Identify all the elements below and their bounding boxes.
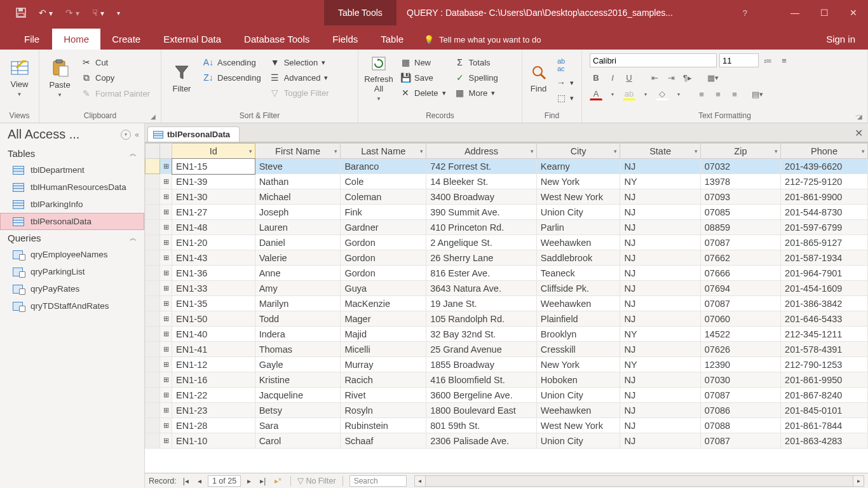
underline-icon[interactable]: U xyxy=(623,71,635,84)
font-name-input[interactable] xyxy=(590,53,717,67)
data-cell[interactable]: Weehawken xyxy=(536,296,620,311)
data-cell[interactable]: Union City xyxy=(536,433,620,449)
data-cell[interactable]: 12390 xyxy=(700,357,780,372)
data-cell[interactable]: 1855 Broadway xyxy=(426,357,537,372)
tab-table[interactable]: Table xyxy=(369,29,415,50)
data-cell[interactable]: Marilyn xyxy=(255,296,341,311)
nav-query-item[interactable]: qryParkingList xyxy=(0,263,144,280)
data-cell[interactable]: 26 Sherry Lane xyxy=(426,250,537,266)
row-selector[interactable] xyxy=(146,433,160,449)
column-dropdown-icon[interactable]: ▾ xyxy=(531,148,534,154)
expand-row-icon[interactable]: ⊞ xyxy=(160,205,172,220)
row-selector[interactable] xyxy=(146,418,160,433)
table-row[interactable]: ⊞EN1-36AnneGordon816 Ester Ave.TeaneckNJ… xyxy=(146,266,868,281)
new-record-nav-icon[interactable]: ▸* xyxy=(272,477,284,485)
advanced-button[interactable]: ☰Advanced ▾ xyxy=(268,71,332,84)
data-cell[interactable]: NY xyxy=(620,357,700,372)
row-selector[interactable] xyxy=(146,311,160,327)
refresh-all-button[interactable]: Refresh All ▼ xyxy=(363,53,394,103)
data-cell[interactable]: 07662 xyxy=(700,250,780,266)
data-cell[interactable]: NJ xyxy=(620,205,700,220)
scroll-right-icon[interactable]: ▸ xyxy=(853,475,864,487)
expand-row-icon[interactable]: ⊞ xyxy=(160,403,172,418)
row-selector[interactable] xyxy=(146,174,160,189)
data-cell[interactable]: 07088 xyxy=(700,418,780,433)
data-cell[interactable]: Betsy xyxy=(255,403,341,418)
data-cell[interactable]: EN1-39 xyxy=(172,174,255,189)
data-cell[interactable]: Kearny xyxy=(536,159,620,174)
column-header[interactable]: Phone▾ xyxy=(781,144,868,159)
data-cell[interactable]: Michael xyxy=(255,189,341,205)
data-cell[interactable]: Cliffside Pk. xyxy=(536,281,620,296)
data-cell[interactable]: Micelli xyxy=(341,342,426,357)
data-cell[interactable]: 2 Angelique St. xyxy=(426,235,537,250)
row-selector[interactable] xyxy=(146,388,160,403)
ltr-icon[interactable]: ¶▸ xyxy=(681,71,694,84)
expand-row-icon[interactable]: ⊞ xyxy=(160,342,172,357)
ascending-button[interactable]: A↓Ascending xyxy=(201,56,264,69)
data-cell[interactable]: 07087 xyxy=(700,235,780,250)
data-cell[interactable]: 07087 xyxy=(700,433,780,449)
column-dropdown-icon[interactable]: ▾ xyxy=(614,148,617,154)
data-cell[interactable]: NJ xyxy=(620,372,700,388)
expand-row-icon[interactable]: ⊞ xyxy=(160,281,172,296)
nav-table-item[interactable]: tblParkingInfo xyxy=(0,196,144,213)
data-cell[interactable]: Joseph xyxy=(255,205,341,220)
tab-fields[interactable]: Fields xyxy=(321,29,369,50)
nav-query-item[interactable]: qryTDStaffAndRates xyxy=(0,297,144,315)
nav-table-item[interactable]: tblHumanResourcesData xyxy=(0,179,144,196)
save-record-button[interactable]: 💾Save xyxy=(398,71,449,84)
data-cell[interactable]: NJ xyxy=(620,311,700,327)
table-row[interactable]: ⊞EN1-12GayleMurray1855 BroadwayNew YorkN… xyxy=(146,357,868,372)
data-cell[interactable]: EN1-50 xyxy=(172,311,255,327)
data-cell[interactable]: Weehawken xyxy=(536,235,620,250)
expand-row-icon[interactable]: ⊞ xyxy=(160,388,172,403)
table-row[interactable]: ⊞EN1-43ValerieGordon26 Sherry LaneSaddle… xyxy=(146,250,868,266)
data-cell[interactable]: Daniel xyxy=(255,235,341,250)
data-cell[interactable]: 212-725-9120 xyxy=(781,174,868,189)
data-cell[interactable]: Plainfield xyxy=(536,311,620,327)
data-cell[interactable]: 801 59th St. xyxy=(426,418,537,433)
column-dropdown-icon[interactable]: ▾ xyxy=(775,148,778,154)
column-header[interactable]: Last Name▾ xyxy=(341,144,426,159)
data-cell[interactable]: Kristine xyxy=(255,372,341,388)
data-cell[interactable]: 201-861-9900 xyxy=(781,189,868,205)
table-row[interactable]: ⊞EN1-39NathanCole14 Bleeker St.New YorkN… xyxy=(146,174,868,189)
row-selector[interactable] xyxy=(146,357,160,372)
data-cell[interactable]: EN1-40 xyxy=(172,327,255,342)
expand-row-icon[interactable]: ⊞ xyxy=(160,433,172,449)
more-button[interactable]: ▦More ▾ xyxy=(452,86,501,99)
column-header[interactable]: First Name▾ xyxy=(255,144,341,159)
scroll-left-icon[interactable]: ◂ xyxy=(414,475,426,487)
table-row[interactable]: ⊞EN1-48LaurenGardner410 Princeton Rd.Par… xyxy=(146,220,868,235)
tab-external-data[interactable]: External Data xyxy=(152,29,233,50)
data-cell[interactable]: 212-790-1253 xyxy=(781,357,868,372)
prev-record-icon[interactable]: ◂ xyxy=(195,477,204,485)
table-row[interactable]: ⊞EN1-23BetsyRosyln1800 Boulevard EastWee… xyxy=(146,403,868,418)
nav-menu-icon[interactable]: ▾ xyxy=(121,130,131,140)
data-cell[interactable]: EN1-33 xyxy=(172,281,255,296)
align-right-icon[interactable]: ≡ xyxy=(728,88,741,100)
data-cell[interactable]: 07085 xyxy=(700,205,780,220)
data-cell[interactable]: 19 Jane St. xyxy=(426,296,537,311)
data-cell[interactable]: 1800 Boulevard East xyxy=(426,403,537,418)
data-cell[interactable]: Parlin xyxy=(536,220,620,235)
column-header[interactable]: Id▾ xyxy=(172,144,255,159)
highlight-icon[interactable]: ab xyxy=(623,88,635,100)
data-cell[interactable]: Thomas xyxy=(255,342,341,357)
data-cell[interactable]: 13978 xyxy=(700,174,780,189)
data-cell[interactable]: Rivet xyxy=(341,388,426,403)
horizontal-scrollbar[interactable]: ◂ ▸ xyxy=(414,475,864,487)
data-cell[interactable]: NJ xyxy=(620,159,700,174)
expand-row-icon[interactable]: ⊞ xyxy=(160,235,172,250)
table-row[interactable]: ⊞EN1-40InderaMajid32 Bay 32nd St.Brookly… xyxy=(146,327,868,342)
align-center-icon[interactable]: ≡ xyxy=(712,88,724,100)
data-cell[interactable]: Valerie xyxy=(255,250,341,266)
expand-row-icon[interactable]: ⊞ xyxy=(160,174,172,189)
nav-table-item[interactable]: tblDepartment xyxy=(0,161,144,179)
row-selector[interactable] xyxy=(146,403,160,418)
data-cell[interactable]: EN1-36 xyxy=(172,266,255,281)
row-selector[interactable] xyxy=(146,372,160,388)
data-cell[interactable]: Carol xyxy=(255,433,341,449)
data-cell[interactable]: 3643 Natura Ave. xyxy=(426,281,537,296)
